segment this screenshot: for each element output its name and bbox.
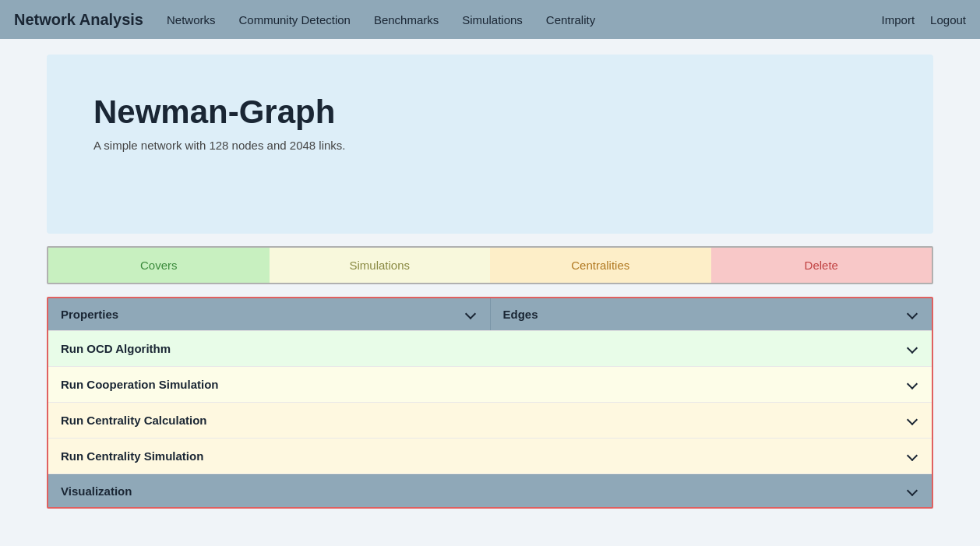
accordion-coop-chevron [908, 379, 919, 390]
hero-section: Newman-Graph A simple network with 128 n… [47, 55, 933, 234]
panels-row: Properties Edges [48, 298, 932, 331]
accordion-ocd-chevron [908, 343, 919, 354]
visualization-chevron [908, 486, 919, 497]
content-area: Properties Edges Run OCD Algorithm Run C… [47, 297, 933, 509]
nav-link-networks[interactable]: Networks [167, 13, 216, 26]
nav-brand: Network Analysis [14, 11, 143, 29]
accordion-run-coop[interactable]: Run Cooperation Simulation [48, 367, 932, 403]
hero-title: Newman-Graph [93, 93, 887, 131]
tab-delete[interactable]: Delete [711, 248, 932, 283]
tab-centralities[interactable]: Centralities [490, 248, 711, 283]
accordion-run-centrality-calc[interactable]: Run Centrality Calculation [48, 403, 932, 439]
accordion-ocd-label: Run OCD Algorithm [61, 342, 171, 355]
visualization-row[interactable]: Visualization [48, 474, 932, 507]
panel-edges-label: Edges [503, 308, 538, 321]
accordion-run-ocd[interactable]: Run OCD Algorithm [48, 331, 932, 367]
accordion-centrality-sim-label: Run Centrality Simulation [61, 449, 203, 463]
panel-properties-chevron [467, 309, 478, 320]
accordion-coop-label: Run Cooperation Simulation [61, 378, 219, 391]
panel-properties[interactable]: Properties [48, 298, 490, 330]
nav-links: Networks Community Detection Benchmarks … [167, 13, 882, 26]
panel-edges[interactable]: Edges [490, 298, 932, 330]
nav-link-centrality[interactable]: Centrality [546, 13, 595, 26]
nav-link-simulations[interactable]: Simulations [462, 13, 523, 26]
tab-simulations[interactable]: Simulations [270, 248, 491, 283]
nav-right: Import Logout [882, 13, 966, 26]
tab-covers[interactable]: Covers [48, 248, 270, 283]
hero-subtitle: A simple network with 128 nodes and 2048… [93, 139, 887, 152]
nav-link-community-detection[interactable]: Community Detection [239, 13, 351, 26]
tabs-row: Covers Simulations Centralities Delete [47, 246, 933, 284]
nav-link-benchmarks[interactable]: Benchmarks [374, 13, 439, 26]
accordion-centrality-calc-label: Run Centrality Calculation [61, 414, 207, 427]
navbar: Network Analysis Networks Community Dete… [0, 0, 980, 39]
accordion-run-centrality-sim[interactable]: Run Centrality Simulation [48, 439, 932, 474]
visualization-label: Visualization [61, 484, 132, 498]
accordion-centrality-sim-chevron [908, 451, 919, 462]
panel-properties-label: Properties [61, 308, 118, 321]
accordion-centrality-calc-chevron [908, 415, 919, 426]
panel-edges-chevron [908, 309, 919, 320]
nav-import[interactable]: Import [882, 13, 915, 26]
nav-logout[interactable]: Logout [930, 13, 966, 26]
